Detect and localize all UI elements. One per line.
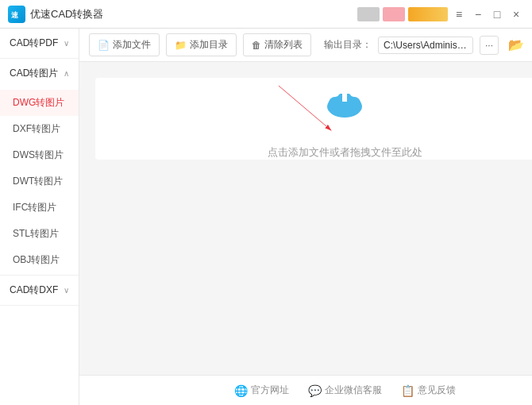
output-path: C:\Users\Administrator	[378, 37, 473, 54]
footer-weixin[interactable]: 💬 企业微信客服	[308, 384, 382, 397]
sidebar-item-ifc[interactable]: IFC转图片	[0, 195, 79, 221]
logo-area: 速 优速CAD转换器	[8, 6, 357, 23]
weixin-icon: 💬	[308, 384, 322, 397]
footer-weixin-label: 企业微信客服	[325, 384, 382, 397]
sidebar: CAD转PDF ∨ CAD转图片 ∧ DWG转图片 DXF转图片 DWS转图片 …	[0, 29, 79, 405]
sidebar-group-cad-pdf: CAD转PDF ∨	[0, 29, 79, 59]
add-folder-icon: 📁	[175, 40, 187, 51]
svg-text:速: 速	[11, 11, 19, 19]
sidebar-group-cad-dxf-label: CAD转DXF	[10, 284, 58, 297]
chevron-cad-image-icon: ∧	[64, 69, 69, 78]
add-file-icon: 📄	[98, 40, 110, 51]
close-button[interactable]: ×	[508, 6, 524, 22]
sidebar-item-dwg[interactable]: DWG转图片	[0, 90, 79, 116]
feedback-icon: 📋	[401, 384, 414, 397]
toolbar: 📄 添加文件 📁 添加目录 🗑 清除列表 输出目录： C:\Users\Admi…	[79, 29, 532, 62]
footer-website-label: 官方网址	[251, 384, 289, 397]
add-file-button[interactable]: 📄 添加文件	[89, 33, 160, 56]
output-folder-icon[interactable]: 📂	[505, 34, 527, 56]
sidebar-item-stl[interactable]: STL转图片	[0, 221, 79, 247]
svg-point-4	[348, 97, 360, 110]
sidebar-item-dws[interactable]: DWS转图片	[0, 142, 79, 168]
drop-zone[interactable]: 点击添加文件或者拖拽文件至此处	[95, 78, 532, 160]
clear-list-label: 清除列表	[264, 38, 303, 52]
sidebar-group-cad-pdf-label: CAD转PDF	[10, 37, 58, 50]
main-layout: CAD转PDF ∨ CAD转图片 ∧ DWG转图片 DXF转图片 DWS转图片 …	[0, 29, 532, 405]
minimize-button[interactable]: −	[470, 6, 486, 22]
maximize-button[interactable]: □	[489, 6, 505, 22]
footer-feedback[interactable]: 📋 意见反馈	[401, 384, 456, 397]
footer-feedback-label: 意见反馈	[418, 384, 456, 397]
sidebar-group-cad-pdf-header[interactable]: CAD转PDF ∨	[0, 29, 79, 58]
sidebar-item-obj[interactable]: OBJ转图片	[0, 247, 79, 273]
content-area: 📄 添加文件 📁 添加目录 🗑 清除列表 输出目录： C:\Users\Admi…	[79, 29, 532, 405]
footer-website[interactable]: 🌐 官方网址	[234, 384, 289, 397]
upload-icon	[321, 78, 368, 134]
footer: 🌐 官方网址 💬 企业微信客服 📋 意见反馈	[79, 375, 532, 405]
clear-list-button[interactable]: 🗑 清除列表	[243, 33, 311, 56]
chevron-cad-dxf-icon: ∨	[64, 286, 69, 295]
sidebar-group-cad-image-header[interactable]: CAD转图片 ∧	[0, 59, 79, 88]
sidebar-item-dxf[interactable]: DXF转图片	[0, 116, 79, 142]
sidebar-items-cad-image: DWG转图片 DXF转图片 DWS转图片 DWT转图片 IFC转图片 STL转图…	[0, 88, 79, 275]
add-folder-label: 添加目录	[190, 38, 228, 52]
thumb2	[383, 7, 405, 21]
add-folder-button[interactable]: 📁 添加目录	[166, 33, 237, 56]
sidebar-group-cad-dxf: CAD转DXF ∨	[0, 276, 79, 306]
sidebar-item-dwt[interactable]: DWT转图片	[0, 168, 79, 195]
output-more-button[interactable]: ···	[480, 36, 499, 55]
clear-list-icon: 🗑	[252, 40, 261, 51]
window-controls: ≡ − □ ×	[357, 6, 524, 22]
sidebar-group-cad-image-label: CAD转图片	[10, 67, 58, 80]
sidebar-group-cad-image: CAD转图片 ∧ DWG转图片 DXF转图片 DWS转图片 DWT转图片 IFC…	[0, 59, 79, 276]
title-bar: 速 优速CAD转换器 ≡ − □ ×	[0, 0, 532, 29]
menu-button[interactable]: ≡	[451, 6, 467, 22]
output-label: 输出目录：	[324, 38, 372, 52]
add-file-label: 添加文件	[113, 38, 151, 52]
thumb1	[357, 7, 380, 21]
drop-text: 点击添加文件或者拖拽文件至此处	[268, 145, 422, 160]
app-logo: 速	[8, 6, 25, 23]
chevron-cad-pdf-icon: ∨	[64, 39, 69, 48]
app-title: 优速CAD转换器	[30, 7, 103, 21]
website-icon: 🌐	[234, 384, 248, 397]
sidebar-group-cad-dxf-header[interactable]: CAD转DXF ∨	[0, 276, 79, 305]
thumb3	[408, 7, 448, 21]
